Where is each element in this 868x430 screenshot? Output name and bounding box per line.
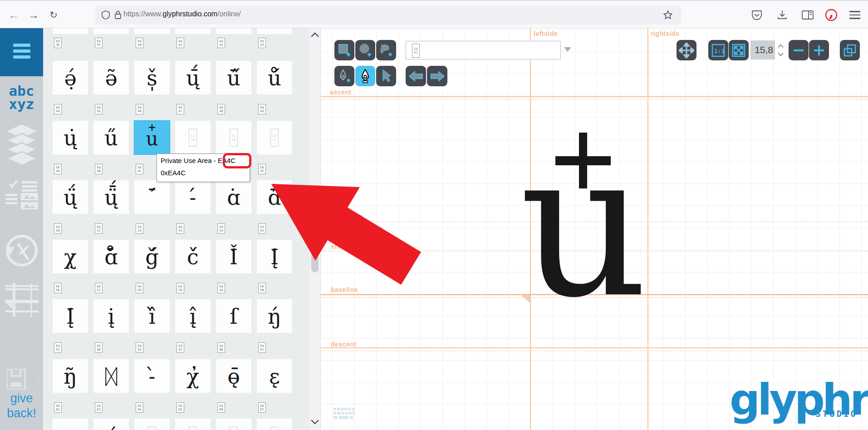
glyph-tile-EA47[interactable]: ų̄́	[175, 61, 211, 94]
url-bar[interactable]: https://www.glyphrstudio.com/online/	[95, 5, 682, 25]
glyph-tile-EA40[interactable]: ʻ	[134, 28, 170, 34]
glyph-tile-EA44[interactable]: ə̣́	[53, 61, 88, 94]
glyph-tile-EA5D[interactable]: į	[93, 299, 129, 333]
spin-up-icon[interactable]	[778, 44, 784, 50]
sidebar-toggle-icon[interactable]	[801, 9, 814, 21]
zoom-spinner[interactable]	[775, 40, 787, 59]
glyph-tile-EA68[interactable]: ʒ	[53, 419, 88, 430]
glyph-tile-EA55[interactable]: ɑ̄́	[257, 180, 292, 214]
glyph-tile-EA4B[interactable]: ű	[93, 121, 129, 154]
glyph-outline-u[interactable]: u	[520, 125, 648, 325]
glyph-tile-EA63[interactable]: ᛞ	[93, 359, 129, 393]
pocket-icon[interactable]	[750, 9, 763, 21]
glyph-tile-EA4F[interactable]: EA4F	[257, 121, 292, 154]
spin-down-icon[interactable]	[778, 50, 784, 56]
scroll-down-icon[interactable]	[311, 417, 319, 425]
url-text[interactable]: https://www.glyphrstudio.com/online/	[123, 10, 241, 18]
glyph-tile-EA5E[interactable]: î̀	[134, 299, 170, 333]
sidebar-item-menu[interactable]	[0, 28, 43, 76]
sidebar-item-kerning[interactable]	[0, 283, 43, 317]
pen-tool-button-selected[interactable]	[355, 66, 375, 86]
zoom-out-button[interactable]	[789, 40, 809, 60]
glyph-code-label-EA45: EA45	[95, 104, 103, 114]
glyph-tile-EA3E[interactable]	[53, 28, 88, 34]
guide-descent[interactable]	[321, 347, 868, 348]
glyph-panel-scrollbar[interactable]	[309, 28, 320, 430]
edit-canvas[interactable]: leftside rightside ascent capheight xhei…	[320, 28, 868, 430]
glyph-tile-EA50[interactable]: ų̈́	[53, 180, 88, 214]
glyph-tile-EA5A[interactable]: Ǐ́	[216, 240, 251, 273]
glyph-tile-EA45[interactable]: ə̃	[93, 61, 129, 94]
new-path-tool-button[interactable]	[376, 40, 396, 60]
sidebar-item-test-drive[interactable]	[0, 180, 43, 210]
back-icon[interactable]: ←	[5, 7, 22, 23]
glyph-tile-EA59[interactable]: č́	[175, 240, 211, 273]
glyph-tile-EA4E[interactable]: EA4E	[216, 121, 251, 154]
scroll-up-icon[interactable]	[311, 33, 319, 40]
glyph-tile-EA53[interactable]: ˗́	[175, 180, 211, 214]
sidebar-item-layers[interactable]	[0, 124, 43, 167]
shape-select-tool-button[interactable]	[376, 66, 396, 86]
pan-tool-button[interactable]	[677, 40, 696, 60]
glyph-tile-EA41[interactable]: ˙	[175, 28, 211, 34]
reload-icon[interactable]: ↻	[45, 7, 62, 23]
glyph-tile-EA65[interactable]: χ̓	[175, 359, 211, 393]
glyph-tile-EA57[interactable]: ɑ̊̄́	[93, 240, 129, 273]
glyph-tile-EA6C[interactable]: EA6C	[216, 419, 251, 430]
glyph-tile-EA6A[interactable]: EA6A	[134, 419, 170, 430]
glyph-tile-EA42[interactable]: ˙	[216, 28, 251, 34]
glyph-tile-EA58[interactable]: ǧ́	[134, 240, 170, 273]
bookmark-star-icon[interactable]	[662, 10, 673, 20]
forward-icon[interactable]: →	[25, 7, 42, 23]
glyph-tile-EA60[interactable]: ſ	[216, 299, 251, 333]
glyph-tile-EA5F[interactable]: į̂	[175, 299, 211, 333]
previous-glyph-button[interactable]	[406, 66, 426, 86]
shield-icon[interactable]	[101, 10, 111, 20]
glyph-tile-EA5C[interactable]: Į́	[53, 299, 88, 333]
glyph-tile-EA6B[interactable]: EA6B	[175, 419, 211, 430]
glyph-tile-EA4C[interactable]: +u	[134, 121, 170, 154]
glyph-tile-EA52[interactable]: ¯́	[134, 180, 170, 214]
sidebar-item-history[interactable]	[0, 233, 43, 268]
zoom-fit-button[interactable]	[729, 40, 749, 60]
glyph-tile-EA69[interactable]: ŕ	[93, 419, 129, 430]
zoom-in-button[interactable]	[809, 40, 829, 60]
zoom-level-value[interactable]: 15,8	[750, 40, 775, 59]
glyph-tile-EA51[interactable]: ų̈̄́	[93, 180, 129, 214]
sidebar-item-give-back[interactable]: giveback!	[0, 389, 43, 421]
guide-ascent[interactable]	[321, 96, 868, 97]
extension-icon[interactable]: ,	[824, 8, 838, 22]
glyph-tile-EA46[interactable]: š̩	[134, 61, 170, 94]
new-oval-tool-button[interactable]	[355, 40, 375, 60]
glyph-tile-EA4D[interactable]: EA4D	[175, 121, 211, 154]
glyph-selector-dropdown[interactable]: EA4C	[406, 41, 561, 59]
glyph-tile-EA4A[interactable]: ų̇	[53, 121, 88, 154]
glyph-tile-EA66[interactable]: ɵ̨̄	[216, 359, 251, 393]
give-back-label: giveback!	[0, 391, 43, 421]
sidebar-item-glyph-edit[interactable]: abcxyz	[0, 84, 43, 111]
glyph-tile-EA5B[interactable]: Į́	[257, 240, 292, 273]
glyph-tile-EA54[interactable]: ɑ̇	[216, 180, 251, 214]
glyph-code-label-EA44: EA44	[54, 104, 62, 114]
glyph-tile-EA3F[interactable]	[93, 28, 129, 34]
glyph-tile-EA49[interactable]: ů́	[257, 61, 292, 94]
missing-glyph-tofu: EA6D	[270, 426, 279, 430]
glyph-tile-EA64[interactable]: ˗̀	[134, 359, 170, 393]
next-glyph-button[interactable]	[427, 66, 447, 86]
glyph-tile-EA67[interactable]: ɛ̨	[257, 359, 292, 393]
new-rectangle-tool-button[interactable]	[334, 40, 354, 60]
glyph-tile-EA48[interactable]: ū̋	[216, 61, 251, 94]
glyph-tile-EA6D[interactable]: EA6D	[257, 419, 292, 430]
glyph-tile-EA61[interactable]: ŋ́	[257, 299, 292, 333]
menu-icon[interactable]	[849, 11, 860, 19]
glyph-tile-EA43[interactable]: ʻ	[257, 28, 292, 34]
sidebar-item-save[interactable]	[0, 369, 43, 390]
pen-add-point-tool-button[interactable]	[334, 66, 354, 86]
panels-layout-button[interactable]	[840, 40, 860, 60]
glyph-tile-EA62[interactable]: ŋ̃	[53, 359, 88, 393]
dropdown-arrow-icon[interactable]	[564, 47, 571, 55]
download-icon[interactable]	[776, 9, 789, 21]
glyph-tile-EA56[interactable]: χ̣	[53, 240, 88, 273]
zoom-1to1-button[interactable]: 1:1	[708, 40, 728, 60]
scrollbar-thumb[interactable]	[311, 186, 319, 272]
